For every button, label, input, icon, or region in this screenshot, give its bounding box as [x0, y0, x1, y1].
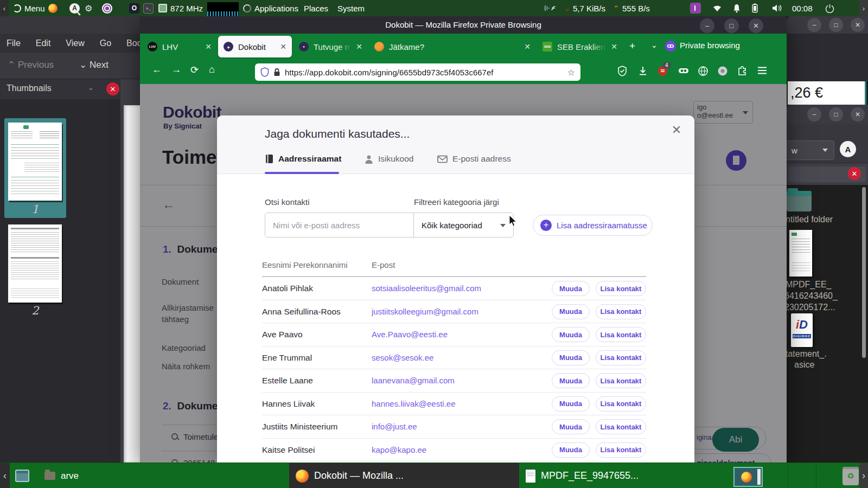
window-preview-thumbnail[interactable]	[733, 467, 763, 487]
add-contact-button[interactable]: Lisa kontakt	[596, 373, 646, 388]
contact-email-link[interactable]: sotsiaalisoleeritus@gmail.com	[372, 284, 481, 293]
tab-seb[interactable]: SEB SEB Erakliendi I ✕	[537, 36, 623, 57]
wifi-status-icon[interactable]	[712, 0, 723, 16]
folder-icon[interactable]	[787, 191, 812, 211]
close-tab-icon[interactable]: ✕	[524, 42, 531, 51]
power-icon[interactable]	[825, 0, 834, 16]
tab-lhv[interactable]: LHV LHV ✕	[142, 36, 217, 57]
category-filter-select[interactable]: Kõik kategooriad	[413, 213, 513, 237]
ublock-shield-icon[interactable]: 4	[658, 66, 668, 77]
menu-button[interactable]: Menu	[13, 0, 58, 16]
add-to-addressbook-button[interactable]: + Lisa aadressiraamatusse	[533, 215, 653, 236]
folder-label[interactable]: ntitled folder	[786, 215, 833, 224]
tab-list-dropdown-icon[interactable]: ⌄	[651, 41, 658, 49]
tor-browser-icon[interactable]	[102, 0, 112, 16]
asice-label-line1[interactable]: tatement_.	[786, 349, 827, 359]
contact-email-link[interactable]: kapo@kapo.ee	[372, 445, 426, 454]
minimize-button[interactable]: –	[700, 18, 714, 33]
find-icon[interactable]: A	[840, 141, 856, 157]
sidebar-title[interactable]: Thumbnails	[7, 84, 52, 93]
thumbnail-1-selected[interactable]: 1	[4, 118, 66, 218]
bookmark-star-icon[interactable]: ☆	[567, 67, 575, 78]
close-button[interactable]: ✕	[851, 107, 865, 121]
task-firefox-active[interactable]: Dokobit — Mozilla ...	[289, 463, 519, 488]
tab-email-address[interactable]: E-posti aadress	[437, 154, 511, 164]
task-arve[interactable]: arve	[15, 463, 79, 488]
menu-file[interactable]: File	[7, 38, 21, 48]
search-launcher-icon[interactable]: A	[69, 0, 80, 16]
document-label-line2[interactable]: 6416243460_	[784, 291, 838, 301]
tab-personal-code[interactable]: Isikukood	[365, 154, 413, 164]
add-contact-button[interactable]: Lisa kontakt	[596, 396, 646, 412]
places-menu[interactable]: Places	[304, 0, 328, 16]
url-bar[interactable]: https://app.dokobit.com/signing/6655bd97…	[255, 63, 580, 81]
minimize-button[interactable]: –	[807, 107, 821, 121]
next-page-button[interactable]: ⌄ Next	[79, 59, 108, 70]
contact-email-link[interactable]: laanevana@gmail.com	[372, 376, 455, 385]
contact-email-link[interactable]: Ave.Paavo@eesti.ee	[372, 330, 448, 339]
clock[interactable]: 00:08	[792, 0, 813, 16]
settings-gears-icon[interactable]: ⚙	[85, 0, 92, 16]
desktop-scrollbar[interactable]	[862, 187, 866, 358]
thumbnail-2[interactable]: 2	[4, 223, 66, 319]
contact-email-link[interactable]: sesok@sesok.ee	[372, 353, 433, 362]
edit-contact-button[interactable]: Muuda	[552, 350, 590, 365]
panel-collapse-right-icon[interactable]: ›	[859, 0, 868, 16]
tab-dokobit-active[interactable]: ◆ Dokobit ✕	[218, 36, 292, 57]
applications-menu[interactable]: Applications	[243, 0, 298, 16]
add-contact-button[interactable]: Lisa kontakt	[596, 442, 646, 458]
reload-button[interactable]: ⟳	[190, 64, 199, 76]
document-label-line1[interactable]: MPDF_EE_	[786, 280, 831, 290]
new-tab-button[interactable]: +	[629, 40, 635, 52]
add-contact-button[interactable]: Lisa kontakt	[596, 281, 646, 296]
contact-search-input[interactable]	[265, 213, 413, 237]
close-tab-icon[interactable]: ✕	[356, 42, 362, 51]
puzzle-extensions-icon[interactable]	[737, 66, 748, 76]
menu-edit[interactable]: Edit	[36, 38, 51, 48]
edit-contact-button[interactable]: Muuda	[552, 281, 590, 296]
tab-addressbook[interactable]: Aadressiraamat	[265, 154, 341, 164]
edit-contact-button[interactable]: Muuda	[552, 442, 590, 458]
terminal-icon[interactable]: >_	[143, 0, 154, 16]
volume-icon[interactable]	[772, 0, 782, 16]
digidoc-file-icon[interactable]: iD DIGIDOC	[791, 313, 813, 347]
forward-button[interactable]: →	[171, 64, 181, 75]
edit-contact-button[interactable]: Muuda	[552, 304, 590, 319]
globe-extension-icon[interactable]	[698, 66, 709, 76]
tab-jatkame[interactable]: Jätkame? ✕	[369, 36, 536, 57]
add-contact-button[interactable]: Lisa kontakt	[596, 350, 646, 365]
taskbar-collapse-icon[interactable]: ‹	[0, 463, 10, 488]
document-icon[interactable]	[789, 230, 812, 277]
edit-contact-button[interactable]: Muuda	[552, 396, 590, 412]
maximize-button[interactable]: □	[829, 107, 843, 121]
menu-view[interactable]: View	[66, 38, 84, 48]
close-modal-icon[interactable]: ✕	[669, 123, 684, 137]
close-tab-icon[interactable]: ✕	[611, 42, 617, 51]
contact-email-link[interactable]: info@just.ee	[372, 422, 417, 431]
notifications-bell-icon[interactable]	[732, 0, 741, 16]
previous-page-button[interactable]: ⌃ Previous	[8, 59, 54, 70]
battery-icon[interactable]	[752, 0, 758, 16]
chevron-down-icon[interactable]: ⌄	[88, 84, 94, 92]
system-menu[interactable]: System	[337, 0, 365, 16]
shield-icon[interactable]	[260, 67, 269, 77]
menu-go[interactable]: Go	[100, 38, 111, 48]
close-tab-icon[interactable]: ✕	[205, 42, 212, 51]
document-label-line3[interactable]: 230205172...	[784, 303, 835, 312]
add-contact-button[interactable]: Lisa kontakt	[596, 304, 646, 319]
panel-collapse-left-icon[interactable]: ‹	[0, 0, 9, 16]
menu-bookmarks[interactable]: Bookm	[126, 38, 140, 48]
close-tab-icon[interactable]: ✕	[280, 42, 286, 51]
close-find-icon[interactable]: ✕	[848, 167, 861, 180]
close-sidebar-icon[interactable]: ✕	[106, 82, 119, 95]
media-indicator-icon[interactable]	[690, 0, 701, 16]
app-o-icon[interactable]: O	[129, 0, 139, 16]
edit-contact-button[interactable]: Muuda	[552, 373, 590, 388]
back-button[interactable]: ←	[152, 64, 162, 75]
home-button[interactable]: ⌂	[209, 64, 215, 75]
mask-extension-icon[interactable]	[678, 67, 689, 75]
contact-email-link[interactable]: hannes.liivak@eesti.ee	[372, 399, 455, 408]
menu-hamburger-icon[interactable]	[757, 66, 767, 75]
edit-contact-button[interactable]: Muuda	[552, 419, 590, 434]
asice-label-line2[interactable]: asice	[794, 360, 814, 370]
